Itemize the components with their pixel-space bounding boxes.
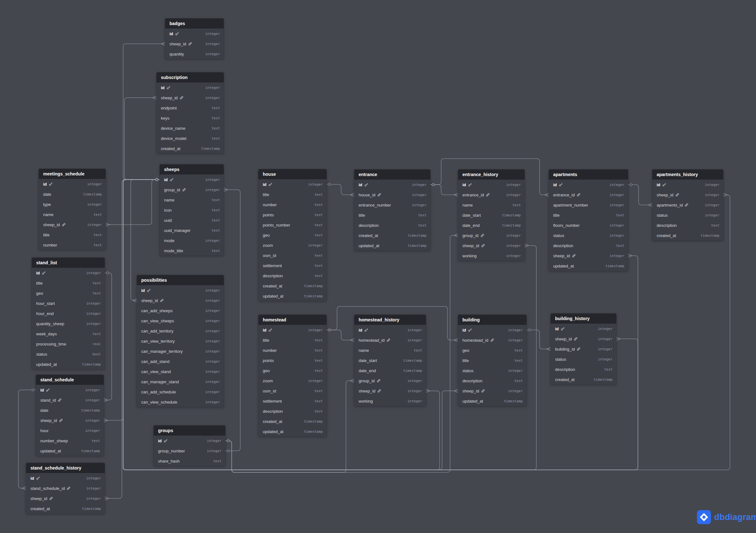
field-building-history-sheep-id[interactable]: sheep_idinteger	[551, 334, 616, 344]
rel-homestead-id--homestead-history-homestead-id[interactable]	[327, 329, 354, 342]
field-house-title[interactable]: titletext	[258, 189, 327, 200]
field-apartments-title[interactable]: titletext	[549, 210, 628, 220]
field-possibilities-sheep-id[interactable]: sheep_idinteger	[137, 295, 224, 306]
field-subscription-endpoint[interactable]: endpointtext	[156, 103, 224, 113]
field-homestead-number[interactable]: numbertext	[258, 345, 327, 355]
field-entrance-history-date-start[interactable]: date_starttimestamp	[458, 210, 525, 220]
field-badges-sheep-id[interactable]: sheep_idinteger	[165, 39, 224, 49]
field-building-history-building-id[interactable]: building_idinteger	[551, 344, 616, 354]
dbdiagram-logo[interactable]: dbdiagram.io	[697, 510, 756, 524]
table-header-badges[interactable]: badges	[165, 18, 224, 29]
field-apartments-entrance-id[interactable]: entrance_idinteger	[549, 190, 628, 200]
field-stand-list-week-days[interactable]: week_daystext	[32, 329, 105, 339]
field-possibilities-can-view-stand[interactable]: can_view_standinteger	[137, 366, 224, 377]
field-apartments-history-status[interactable]: statusinteger	[652, 210, 723, 220]
field-possibilities-can-view-territory[interactable]: can_view_territoryinteger	[137, 336, 224, 346]
field-entrance-history-name[interactable]: nametext	[458, 200, 525, 210]
table-header-house[interactable]: house	[258, 169, 327, 179]
field-sheeps-id[interactable]: idinteger	[160, 174, 224, 185]
rel-house-id--entrance-house-id[interactable]	[327, 183, 354, 197]
field-meetings-schedule-type[interactable]: typeinteger	[39, 199, 106, 209]
field-homestead-history-sheep-id[interactable]: sheep_idinteger	[354, 386, 426, 396]
field-apartments-updated-at[interactable]: updated_attimestamp	[549, 261, 628, 271]
table-header-entrance[interactable]: entrance	[354, 170, 430, 179]
table-entrance[interactable]: entranceidintegerhouse_idintegerentrance…	[354, 170, 430, 251]
table-homestead[interactable]: homesteadidintegertitletextnumbertextpoi…	[258, 315, 327, 437]
field-building-history-id[interactable]: idinteger	[551, 324, 616, 334]
field-stand-schedule-id[interactable]: idinteger	[36, 385, 104, 395]
rel-sheeps-id--subscription-sheep-id[interactable]	[124, 96, 160, 181]
field-house-points-number[interactable]: points_numbertext	[258, 220, 327, 230]
field-stand-list-hour-end[interactable]: hour_endinteger	[32, 308, 105, 319]
field-possibilities-can-view-schedule[interactable]: can_view_scheduleinteger	[137, 397, 224, 407]
field-building-id[interactable]: idinteger	[458, 325, 526, 335]
field-house-osm-id[interactable]: osm_idtext	[258, 250, 327, 260]
field-homestead-history-id[interactable]: idinteger	[354, 325, 426, 335]
field-entrance-history-group-id[interactable]: group_idinteger	[458, 230, 525, 240]
field-meetings-schedule-id[interactable]: idinteger	[39, 179, 106, 189]
field-apartments-sheep-id[interactable]: sheep_idinteger	[549, 251, 628, 261]
field-stand-list-updated-at[interactable]: updated_attimestamp	[32, 359, 105, 369]
field-homestead-geo[interactable]: geotext	[258, 365, 327, 376]
field-stand-list-processing-time[interactable]: processing_timereal	[32, 339, 105, 349]
field-subscription-id[interactable]: idinteger	[156, 83, 224, 93]
field-apartments-history-id[interactable]: idinteger	[652, 179, 723, 190]
table-subscription[interactable]: subscriptionidintegersheep_idintegerendp…	[156, 72, 224, 153]
field-stand-schedule-date[interactable]: datetimestamp	[36, 405, 104, 415]
field-stand-schedule-sheep-id[interactable]: sheep_idinteger	[36, 415, 104, 425]
field-possibilities-can-add-territory[interactable]: can_add_territoryinteger	[137, 326, 224, 336]
field-meetings-schedule-title[interactable]: titletext	[39, 230, 106, 240]
field-apartments-apartment-number[interactable]: apartment_numberinteger	[549, 200, 628, 210]
field-stand-list-status[interactable]: statusbool	[32, 349, 105, 359]
table-header-groups[interactable]: groups	[154, 425, 225, 436]
field-building-homestead-id[interactable]: homestead_idinteger	[458, 335, 526, 345]
field-sheeps-uuid[interactable]: uuidtext	[160, 215, 224, 225]
table-header-homestead[interactable]: homestead	[258, 315, 327, 325]
table-possibilities[interactable]: possibilitiesidintegersheep_idintegercan…	[137, 275, 224, 407]
field-building-history-created-at[interactable]: created_attimestamp	[551, 374, 616, 385]
field-house-updated-at[interactable]: updated_attimestamp	[258, 291, 327, 301]
table-building-history[interactable]: building_historyidintegersheep_idinteger…	[551, 313, 616, 385]
field-house-id[interactable]: idinteger	[258, 179, 327, 189]
rel-stand-list-id--stand-schedule-stand-id[interactable]	[104, 272, 112, 402]
field-sheeps-icon[interactable]: icontext	[160, 205, 224, 215]
field-subscription-sheep-id[interactable]: sheep_idinteger	[156, 93, 224, 103]
field-subscription-device-name[interactable]: device_nametext	[156, 123, 224, 133]
field-stand-schedule-updated-at[interactable]: updated_attimestamp	[36, 446, 104, 456]
field-building-title[interactable]: titletext	[458, 355, 526, 365]
field-possibilities-can-view-sheeps[interactable]: can_view_sheepsinteger	[137, 316, 224, 326]
field-stand-schedule-history-created-at[interactable]: created_attimestamp	[26, 503, 105, 514]
table-stand-schedule[interactable]: stand_scheduleidintegerstand_idintegerda…	[36, 375, 104, 456]
field-possibilities-can-add-schedule[interactable]: can_add_scheduleinteger	[137, 387, 224, 397]
field-apartments-status[interactable]: statusinteger	[549, 230, 628, 240]
field-house-description[interactable]: descriptiontext	[258, 271, 327, 281]
field-entrance-history-sheep-id[interactable]: sheep_idinteger	[458, 240, 525, 251]
field-stand-list-geo[interactable]: geotext	[32, 288, 105, 298]
field-house-points[interactable]: pointstext	[258, 210, 327, 220]
field-meetings-schedule-sheep-id[interactable]: sheep_idinteger	[39, 220, 106, 230]
field-entrance-history-working[interactable]: workinginteger	[458, 251, 525, 261]
field-entrance-updated-at[interactable]: updated_attimestamp	[354, 240, 430, 251]
field-stand-schedule-stand-id[interactable]: stand_idinteger	[36, 395, 104, 405]
rel-sheeps-id--meetings-schedule-sheep-id[interactable]	[106, 179, 160, 227]
field-badges-id[interactable]: idinteger	[165, 29, 224, 39]
field-stand-schedule-hour[interactable]: hourinteger	[36, 425, 104, 436]
field-entrance-house-id[interactable]: house_idinteger	[354, 190, 430, 200]
field-entrance-id[interactable]: idinteger	[354, 179, 430, 190]
table-header-stand-schedule-history[interactable]: stand_schedule_history	[26, 463, 105, 473]
field-sheeps-group-id[interactable]: group_idinteger	[160, 185, 224, 195]
table-header-apartments[interactable]: apartments	[549, 170, 628, 179]
field-homestead-history-working[interactable]: workinginteger	[354, 396, 426, 406]
field-homestead-history-group-id[interactable]: group_idinteger	[354, 376, 426, 386]
rel-apartments-id--apartments-history-apartments-id[interactable]	[628, 184, 652, 207]
field-apartments-floors-number[interactable]: floors_numberinteger	[549, 220, 628, 230]
field-entrance-title[interactable]: titletext	[354, 210, 430, 220]
rel-groups-group-number--sheeps-group-id[interactable]	[224, 188, 240, 452]
field-stand-schedule-history-id[interactable]: idinteger	[26, 473, 105, 483]
table-header-possibilities[interactable]: possibilities	[137, 275, 224, 285]
table-apartments-history[interactable]: apartments_historyidintegersheep_idinteg…	[652, 170, 723, 240]
field-homestead-history-homestead-id[interactable]: homestead_idinteger	[354, 335, 426, 345]
field-possibilities-can-add-sheeps[interactable]: can_add_sheepsinteger	[137, 306, 224, 316]
field-groups-group-number[interactable]: group_numberinteger	[154, 446, 225, 456]
field-homestead-osm-id[interactable]: osm_idtext	[258, 386, 327, 396]
